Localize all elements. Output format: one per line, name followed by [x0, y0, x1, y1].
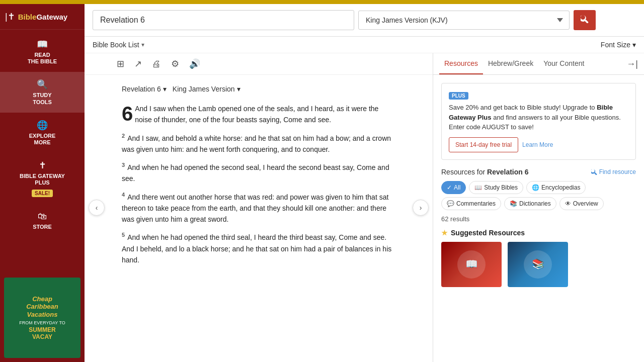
top-bar [0, 0, 644, 4]
chapter-label: Revelation 6 [122, 85, 161, 93]
filter-overview-icon: 👁 [565, 200, 571, 207]
filter-buttons: ✓ All 📖 Study Bibles 🌐 Encyclopedias [441, 181, 636, 210]
parallel-icon[interactable]: ⊞ [115, 56, 126, 71]
find-resource-button[interactable]: Find resource [591, 168, 636, 175]
resources-content: PLUS Save 20% and get back to Bible stud… [433, 75, 644, 362]
verse-2-text: And I saw, and behold a white horse: and… [122, 134, 391, 153]
bible-book-list-link[interactable]: Bible Book List [93, 41, 139, 49]
plus-promo: PLUS Save 20% and get back to Bible stud… [441, 83, 636, 160]
font-size-chevron: ▾ [632, 41, 636, 49]
toolbar: ⊞ ↗ 🖨 ⚙ 🔊 [85, 53, 433, 75]
chapter-dropdown-icon: ▾ [163, 85, 167, 93]
sidebar-item-study-tools[interactable]: 🔍 STUDY TOOLS [0, 72, 85, 112]
version-select[interactable]: King James Version (KJV) New Internation… [358, 11, 570, 30]
sidebar: |✝ BibleGateway 📖 READ THE BIBLE 🔍 STUDY… [0, 4, 85, 362]
filter-dictionaries-icon: 📚 [510, 200, 517, 207]
print-icon[interactable]: 🖨 [150, 57, 163, 71]
breadcrumb-arrow: ▾ [141, 41, 144, 48]
tab-your-content[interactable]: Your Content [538, 53, 589, 74]
ad-text2: FROM EVERYDAY TO [19, 320, 65, 325]
resources-for-text: Resources for Revelation 6 [441, 168, 529, 176]
sidebar-item-store-label: STORE [33, 224, 52, 230]
audio-icon[interactable]: 🔊 [187, 56, 202, 71]
filter-all-icon: ✓ [447, 184, 452, 191]
resource-card-1[interactable]: 📖 [441, 242, 502, 287]
sidebar-item-read-bible[interactable]: 📖 READ THE BIBLE [0, 32, 85, 72]
content-area: King James Version (KJV) New Internation… [85, 4, 644, 362]
ad-text1: CheapCaribbeanVacations [26, 295, 58, 319]
verse-2-num: 2 [122, 133, 125, 139]
filter-encyclopedias-icon: 🌐 [532, 184, 539, 191]
store-icon: 🛍 [38, 211, 47, 222]
breadcrumb-bar: Bible Book List ▾ Font Size ▾ [85, 37, 644, 53]
svg-text:📚: 📚 [532, 258, 544, 270]
start-trial-button[interactable]: Start 14-day free trial [449, 137, 518, 152]
learn-more-button[interactable]: Learn More [522, 137, 553, 152]
font-size-label: Font Size [601, 41, 630, 49]
font-size-control[interactable]: Font Size ▾ [601, 41, 636, 49]
resources-panel: Resources Hebrew/Greek Your Content →| P… [433, 53, 644, 362]
external-link-icon[interactable]: ↗ [132, 56, 144, 71]
search-bar: King James Version (KJV) New Internation… [85, 4, 644, 37]
logo-text: BibleGateway [18, 13, 67, 21]
resource-cards: 📖 📚 [441, 242, 636, 287]
verse-1: 6 And I saw when the Lamb opened one of … [122, 103, 395, 126]
settings-icon[interactable]: ⚙ [169, 56, 181, 71]
filter-dictionaries[interactable]: 📚 Dictionaries [504, 197, 556, 210]
sidebar-ad[interactable]: CheapCaribbeanVacations FROM EVERYDAY TO… [0, 274, 85, 362]
resources-for-header: Resources for Revelation 6 Find resource [441, 168, 636, 176]
resource-card-2[interactable]: 📚 [508, 242, 568, 287]
plus-promo-text: Save 20% and get back to Bible study! Up… [449, 103, 628, 132]
chapter-number: 6 [122, 105, 133, 122]
suggested-heading: ★ Suggested Resources [441, 229, 636, 237]
search-button[interactable] [574, 10, 596, 30]
filter-commentaries[interactable]: 💬 Commentaries [441, 197, 501, 210]
ad-box[interactable]: CheapCaribbeanVacations FROM EVERYDAY TO… [4, 278, 80, 358]
sidebar-item-explore-more[interactable]: 🌐 EXPLORE MORE [0, 113, 85, 153]
tab-resources[interactable]: Resources [439, 53, 483, 74]
find-resource-label: Find resource [599, 168, 636, 175]
sidebar-nav: 📖 READ THE BIBLE 🔍 STUDY TOOLS 🌐 EXPLORE… [0, 32, 85, 237]
sidebar-item-plus-label: BIBLE GATEWAY PLUS [20, 173, 65, 186]
sidebar-logo[interactable]: |✝ BibleGateway [0, 4, 85, 30]
results-count: 62 results [441, 215, 636, 223]
bible-text-container: ⊞ ↗ 🖨 ⚙ 🔊 ‹ › Revelation 6 ▾ [85, 53, 433, 362]
filter-encyclopedias[interactable]: 🌐 Encyclopedias [526, 181, 586, 194]
verse-3-num: 3 [122, 162, 125, 168]
verse-2: 2 And I saw, and behold a white horse: a… [122, 132, 395, 155]
plus-buttons: Start 14-day free trial Learn More [449, 137, 628, 152]
resources-expand-icon[interactable]: →| [626, 59, 638, 69]
sidebar-item-read-bible-label: READ THE BIBLE [28, 52, 57, 65]
sidebar-item-explore-more-label: EXPLORE MORE [29, 133, 56, 146]
bible-text-scroll: Revelation 6 ▾ King James Version ▾ 6 An… [110, 75, 408, 362]
version-selector[interactable]: King James Version ▾ [173, 85, 240, 93]
sale-badge: SALE! [32, 190, 53, 197]
version-label: King James Version [173, 85, 235, 93]
filter-study-bibles[interactable]: 📖 Study Bibles [469, 181, 523, 194]
reading-layout: ⊞ ↗ 🖨 ⚙ 🔊 ‹ › Revelation 6 ▾ [85, 53, 644, 362]
filter-commentaries-icon: 💬 [447, 200, 454, 207]
plus-badge: PLUS [449, 92, 468, 100]
plus-icon: ✝ [39, 160, 46, 171]
sidebar-item-store[interactable]: 🛍 STORE [0, 204, 85, 237]
verse-5-num: 5 [122, 232, 125, 238]
verse-5: 5 And when he had opened the third seal,… [122, 231, 395, 265]
filter-all[interactable]: ✓ All [441, 181, 466, 194]
verse-4: 4 And there went out another horse that … [122, 191, 395, 225]
explore-more-icon: 🌐 [37, 120, 48, 131]
ad-text3: SUMMERVACAY [29, 326, 55, 340]
verse-3-text: And when he had opened the second seal, … [122, 163, 389, 183]
verse-5-text: And when he had opened the third seal, I… [122, 233, 391, 264]
resources-tabs: Resources Hebrew/Greek Your Content →| [433, 53, 644, 75]
search-input[interactable] [93, 10, 354, 30]
nav-prev-button[interactable]: ‹ [89, 200, 105, 216]
breadcrumb-left: Bible Book List ▾ [93, 41, 144, 49]
nav-next-button[interactable]: › [413, 200, 429, 216]
sidebar-item-study-tools-label: STUDY TOOLS [33, 92, 52, 105]
logo-icon: |✝ [5, 11, 15, 22]
filter-overview[interactable]: 👁 Overview [559, 197, 604, 210]
verse-4-text: And there went out another horse that wa… [122, 193, 388, 223]
sidebar-item-plus[interactable]: ✝ BIBLE GATEWAY PLUS SALE! [0, 153, 85, 204]
chapter-selector[interactable]: Revelation 6 ▾ [122, 85, 167, 93]
tab-hebrew-greek[interactable]: Hebrew/Greek [483, 53, 538, 74]
